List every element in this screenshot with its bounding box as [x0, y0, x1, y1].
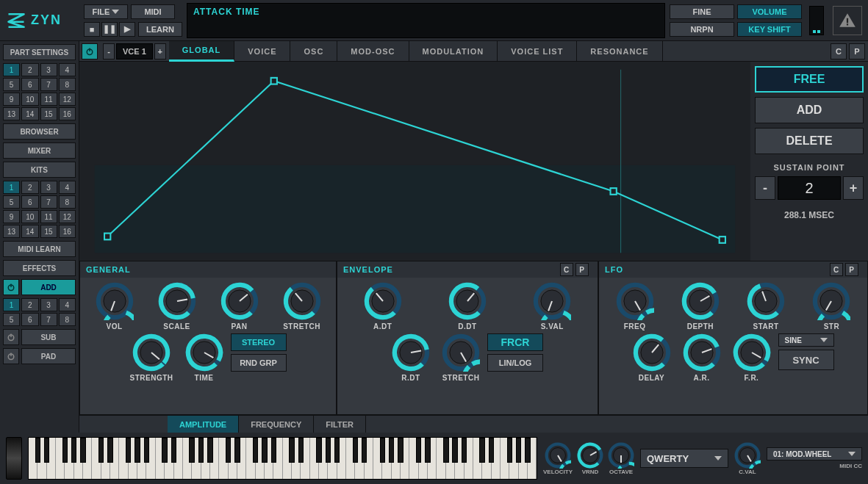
voice-next-button[interactable]: + — [154, 43, 166, 59]
white-key[interactable] — [428, 438, 437, 479]
browser-button[interactable]: BROWSER — [3, 123, 76, 140]
kit-1[interactable]: 1 — [3, 181, 20, 194]
midi-button[interactable]: MIDI — [131, 4, 175, 19]
kits-button[interactable]: KITS — [3, 162, 76, 178]
white-key[interactable] — [365, 438, 373, 479]
white-key[interactable] — [29, 438, 37, 479]
vrnd-knob[interactable]: VRND — [577, 442, 603, 475]
kit-8[interactable]: 8 — [59, 195, 76, 209]
white-key[interactable] — [265, 438, 273, 479]
white-key[interactable] — [156, 438, 165, 479]
effects-button[interactable]: EFFECTS — [3, 260, 76, 276]
white-key[interactable] — [409, 438, 418, 479]
copy-button[interactable]: C — [831, 43, 847, 59]
add-voice-5[interactable]: 5 — [3, 313, 20, 326]
add-voice-6[interactable]: 6 — [21, 313, 38, 326]
white-key[interactable] — [119, 438, 128, 479]
white-key[interactable] — [528, 438, 537, 479]
add-voice-4[interactable]: 4 — [59, 298, 76, 311]
white-key[interactable] — [110, 438, 119, 479]
part-14[interactable]: 14 — [21, 107, 38, 120]
warning-button[interactable] — [833, 6, 862, 35]
white-key[interactable] — [237, 438, 246, 479]
stretch-knob[interactable]: STRETCH — [442, 333, 480, 382]
white-key[interactable] — [492, 438, 501, 479]
bottom-tab-frequency[interactable]: FREQUENCY — [239, 416, 314, 433]
file-menu[interactable]: FILE — [84, 4, 128, 19]
pitch-wheel[interactable] — [6, 437, 22, 480]
white-key[interactable] — [146, 438, 155, 479]
white-key[interactable] — [229, 438, 237, 479]
white-key[interactable] — [92, 438, 101, 479]
part-1[interactable]: 1 — [3, 63, 20, 76]
midicc-select[interactable]: 01: MOD.WHEEL — [767, 447, 862, 460]
delay-knob[interactable]: DELAY — [633, 333, 671, 382]
white-key[interactable] — [183, 438, 192, 479]
white-key[interactable] — [473, 438, 482, 479]
part-5[interactable]: 5 — [3, 78, 20, 91]
white-key[interactable] — [129, 438, 137, 479]
part-15[interactable]: 15 — [40, 107, 57, 120]
voice-prev-button[interactable]: - — [103, 43, 115, 59]
part-7[interactable]: 7 — [40, 78, 57, 91]
kit-16[interactable]: 16 — [59, 225, 76, 238]
envelope-point-1[interactable] — [271, 78, 277, 84]
add-power-button[interactable] — [3, 279, 19, 295]
part-6[interactable]: 6 — [21, 78, 38, 91]
add-synth-button[interactable]: ADD — [21, 279, 76, 295]
freq-knob[interactable]: FREQ — [616, 282, 654, 331]
part-9[interactable]: 9 — [3, 93, 20, 106]
sustain-minus-button[interactable]: - — [755, 176, 775, 200]
part-13[interactable]: 13 — [3, 107, 20, 120]
white-key[interactable] — [292, 438, 301, 479]
nrpn-button[interactable]: NRPN — [670, 22, 734, 37]
mixer-button[interactable]: MIXER — [3, 142, 76, 159]
free-mode-button[interactable]: FREE — [755, 66, 864, 93]
envelope-point-3[interactable] — [720, 236, 725, 243]
add-voice-3[interactable]: 3 — [40, 298, 57, 311]
vol-knob[interactable]: VOL — [96, 282, 134, 331]
learn-button[interactable]: LEARN — [138, 22, 182, 37]
strength-knob[interactable]: STRENGTH — [130, 333, 173, 382]
lfo-paste-button[interactable]: P — [845, 263, 858, 276]
white-key[interactable] — [419, 438, 428, 479]
sub-synth-button[interactable]: SUB — [21, 329, 76, 345]
white-key[interactable] — [346, 438, 355, 479]
white-key[interactable] — [355, 438, 364, 479]
kit-14[interactable]: 14 — [21, 225, 38, 238]
part-2[interactable]: 2 — [21, 63, 38, 76]
bottom-tab-filter[interactable]: FILTER — [314, 416, 366, 433]
velocity-knob[interactable]: VELOCITY — [543, 442, 573, 475]
add-voice-8[interactable]: 8 — [59, 313, 76, 326]
stretch-knob[interactable]: STRETCH — [283, 282, 321, 331]
kit-3[interactable]: 3 — [40, 181, 57, 194]
white-key[interactable] — [401, 438, 409, 479]
voice-power-button[interactable] — [82, 43, 98, 59]
play-button[interactable]: ▶ — [119, 22, 135, 37]
part-11[interactable]: 11 — [40, 93, 57, 106]
delete-point-button[interactable]: DELETE — [755, 128, 864, 154]
fr-knob[interactable]: F.R. — [733, 333, 771, 382]
time-knob[interactable]: TIME — [185, 333, 223, 382]
depth-knob[interactable]: DEPTH — [681, 282, 720, 331]
start-knob[interactable]: START — [747, 282, 785, 331]
str-knob[interactable]: STR — [812, 282, 850, 331]
white-key[interactable] — [246, 438, 255, 479]
envelope-paste-button[interactable]: P — [575, 263, 589, 276]
stop-button[interactable]: ■ — [84, 22, 100, 37]
white-key[interactable] — [165, 438, 173, 479]
kit-7[interactable]: 7 — [40, 195, 57, 209]
rdt-knob[interactable]: R.DT — [392, 333, 430, 382]
white-key[interactable] — [47, 438, 56, 479]
pad-power-button[interactable] — [3, 348, 19, 364]
cval-knob[interactable]: C.VAL — [734, 442, 761, 475]
part-16[interactable]: 16 — [59, 107, 76, 120]
white-key[interactable] — [256, 438, 265, 479]
part-8[interactable]: 8 — [59, 78, 76, 91]
white-key[interactable] — [455, 438, 464, 479]
sustain-plus-button[interactable]: + — [843, 176, 864, 200]
part-10[interactable]: 10 — [21, 93, 38, 106]
frcr-button[interactable]: FRCR — [487, 333, 543, 351]
white-key[interactable] — [283, 438, 292, 479]
white-key[interactable] — [210, 438, 219, 479]
